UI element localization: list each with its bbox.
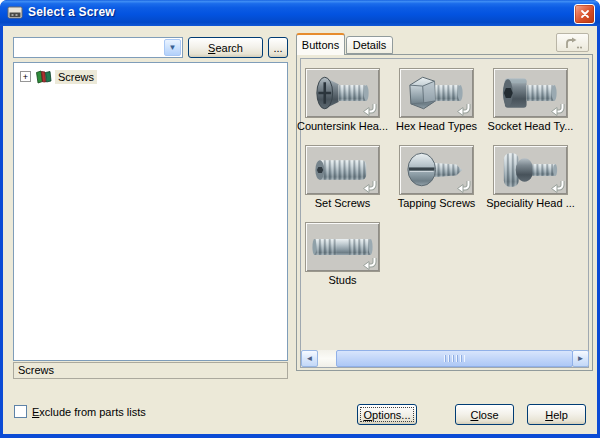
search-input[interactable] [14,38,163,57]
subcategory-arrow-icon [362,103,377,116]
category-button-studs[interactable] [305,222,380,272]
category-button-speciality-head[interactable] [493,145,568,195]
combobox-dropdown-button[interactable]: ▼ [164,39,181,56]
tab-buttons[interactable]: Buttons [296,33,345,55]
options-button[interactable]: Options... [357,404,417,425]
help-button[interactable]: Help [527,404,586,425]
category-label: Studs [295,274,390,287]
exclude-from-parts-lists-checkbox[interactable] [14,405,27,418]
more-search-options-button[interactable]: ... [268,37,288,58]
ellipsis-icon: ... [273,42,282,54]
category-label: Hex Head Types [389,120,484,133]
scroll-left-icon: ◄ [306,354,314,363]
subcategory-arrow-icon [550,103,565,116]
titlebar[interactable]: Select a Screw [0,0,600,26]
scrollbar-grip-icon [444,355,465,362]
subcategory-arrow-icon [362,180,377,193]
category-label: Countersink Hea... [295,120,390,133]
close-window-button[interactable] [574,4,595,24]
scroll-right-button[interactable]: ► [572,350,589,367]
category-label: Tapping Screws [389,197,484,210]
tab-details[interactable]: Details [346,36,393,54]
category-button-hex-head[interactable] [399,68,474,118]
window-title: Select a Screw [28,5,115,19]
chevron-down-icon: ▼ [169,43,177,52]
category-label: Socket Head Ty... [483,120,578,133]
category-label: Set Screws [295,197,390,210]
search-button-label: Search [208,42,243,54]
horizontal-scrollbar-thumb[interactable] [336,350,573,367]
category-label: Speciality Head ... [483,197,578,210]
category-button-set-screws[interactable] [305,145,380,195]
subcategory-arrow-icon [456,103,471,116]
scroll-right-icon: ► [577,354,585,363]
category-button-tapping-screws[interactable] [399,145,474,195]
app-icon [7,5,23,21]
scroll-left-button[interactable]: ◄ [301,350,318,367]
search-combobox[interactable]: ▼ [13,37,183,58]
search-button[interactable]: Search [188,37,263,58]
tree-node-screws-label[interactable]: Screws [55,70,97,84]
up-one-level-button[interactable] [556,33,589,52]
category-button-socket-head[interactable] [493,68,568,118]
exclude-from-parts-lists-label: Exclude from parts lists [32,406,146,418]
subcategory-arrow-icon [550,180,565,193]
select-a-screw-dialog: Select a Screw ▼ Search ... + Screws [0,0,600,438]
category-button-countersink[interactable] [305,68,380,118]
up-one-level-icon [564,37,582,49]
subcategory-arrow-icon [362,257,377,270]
tree-expander-icon[interactable]: + [20,71,31,82]
close-button-label: Close [470,409,498,421]
library-books-icon [35,69,52,84]
tree-row-screws[interactable]: + Screws [20,69,97,84]
selected-category-field: Screws [13,362,288,379]
subcategory-arrow-icon [456,180,471,193]
close-icon [580,9,590,19]
options-button-label: Options... [363,409,410,421]
help-button-label: Help [545,409,568,421]
category-tree[interactable]: + Screws [13,62,288,361]
close-button[interactable]: Close [455,404,514,425]
